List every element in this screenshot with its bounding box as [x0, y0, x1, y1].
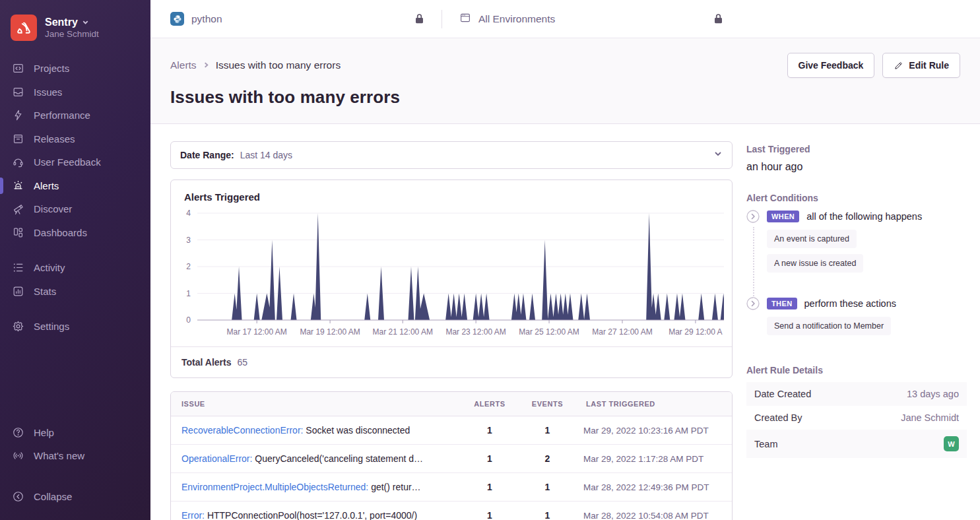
issue-cell: RecoverableConnectionError: Socket was d…: [171, 416, 460, 444]
issues-table: ISSUE ALERTS EVENTS LAST TRIGGERED Recov…: [170, 391, 733, 520]
condition-chip: A new issue is created: [767, 254, 863, 273]
table-row: Error: HTTPConnectionPool(host='127.0.0.…: [171, 502, 732, 520]
org-switcher[interactable]: Sentry Jane Schmidt: [0, 11, 150, 44]
detail-value: 13 days ago: [907, 389, 959, 399]
sidebar-footer: HelpWhat's new: [0, 421, 150, 468]
last-triggered-cell: Mar 28, 2022 10:54:08 AM PDT: [575, 502, 732, 520]
edit-rule-button[interactable]: Edit Rule: [882, 53, 960, 78]
alerts-icon: [12, 179, 24, 192]
sidebar-item-user-feedback[interactable]: User Feedback: [0, 150, 150, 174]
sidebar-item-dashboards[interactable]: Dashboards: [0, 221, 150, 245]
table-row: OperationalError: QueryCanceled('canceli…: [171, 445, 732, 473]
pencil-icon: [894, 61, 903, 71]
sidebar-item-label: Discover: [34, 203, 72, 214]
date-range-select[interactable]: Date Range: Last 14 days: [170, 141, 733, 169]
give-feedback-button[interactable]: Give Feedback: [787, 53, 875, 78]
issue-cell: OperationalError: QueryCanceled('canceli…: [171, 445, 460, 472]
last-triggered-cell: Mar 29, 2022 10:23:16 AM PDT: [575, 417, 732, 444]
sidebar-item-whats-new[interactable]: What's new: [0, 444, 150, 468]
sidebar-item-label: What's new: [34, 450, 84, 461]
give-feedback-label: Give Feedback: [799, 60, 864, 71]
sidebar-item-label: Alerts: [34, 180, 59, 191]
then-text: perform these actions: [804, 298, 896, 309]
svg-text:Mar 19 12:00 AM: Mar 19 12:00 AM: [300, 327, 360, 337]
detail-row: Created ByJane Schmidt: [746, 406, 967, 430]
sidebar-item-settings[interactable]: Settings: [0, 315, 150, 339]
whats-new-icon: [12, 449, 24, 462]
col-last-triggered: LAST TRIGGERED: [575, 392, 732, 416]
breadcrumb-alerts-link[interactable]: Alerts: [170, 59, 197, 71]
svg-text:Mar 25 12:00 AM: Mar 25 12:00 AM: [519, 327, 579, 337]
settings-icon: [12, 320, 24, 333]
stats-icon: [12, 285, 24, 298]
chart-total-row: Total Alerts 65: [171, 346, 732, 377]
when-chips: An event is capturedA new issue is creat…: [767, 230, 967, 280]
lock-icon: [713, 13, 723, 24]
app-window: Sentry Jane Schmidt ProjectsIssuesPerfor…: [0, 0, 980, 520]
issue-link[interactable]: Error:: [181, 510, 205, 520]
issues-icon: [12, 86, 24, 98]
issue-cell: Error: HTTPConnectionPool(host='127.0.0.…: [171, 502, 460, 520]
issue-link[interactable]: EnvironmentProject.MultipleObjectsReturn…: [181, 482, 368, 492]
issue-description: HTTPConnectionPool(host='127.0.0.1', por…: [205, 510, 417, 520]
condition-chip: Send a notification to Member: [767, 317, 891, 335]
alerts-count: 1: [460, 425, 519, 436]
sidebar-item-label: Performance: [34, 110, 90, 121]
project-name: python: [191, 13, 222, 25]
sidebar-item-releases[interactable]: Releases: [0, 127, 150, 151]
last-triggered-cell: Mar 29, 2022 1:17:28 AM PDT: [575, 445, 732, 472]
chevron-circle-icon: [746, 297, 760, 310]
releases-icon: [12, 133, 24, 145]
issue-link[interactable]: OperationalError:: [181, 453, 252, 464]
sidebar-item-activity[interactable]: Activity: [0, 256, 150, 280]
sidebar-collapse[interactable]: Collapse: [0, 485, 150, 509]
issue-description: QueryCanceled('canceling statement d…: [252, 453, 423, 464]
sidebar-item-alerts[interactable]: Alerts: [0, 174, 150, 198]
alerts-chart: 01234Mar 17 12:00 AMMar 19 12:00 AMMar 2…: [171, 205, 732, 346]
events-count: 1: [519, 510, 575, 520]
project-selector[interactable]: python: [170, 12, 222, 26]
svg-text:Mar 27 12:00 AM: Mar 27 12:00 AM: [592, 327, 652, 337]
svg-text:Mar 23 12:00 AM: Mar 23 12:00 AM: [445, 327, 506, 337]
alerts-count: 1: [460, 482, 519, 492]
svg-text:1: 1: [186, 289, 191, 298]
sidebar-item-label: Releases: [34, 133, 75, 145]
sidebar-item-label: Stats: [34, 286, 56, 297]
collapse-label: Collapse: [34, 491, 72, 502]
details-panel: Last Triggered an hour ago Alert Conditi…: [746, 141, 967, 520]
last-triggered-cell: Mar 28, 2022 12:49:36 PM PDT: [575, 474, 732, 501]
table-row: EnvironmentProject.MultipleObjectsReturn…: [171, 473, 732, 502]
environment-name: All Environments: [478, 13, 555, 25]
active-indicator: [0, 178, 3, 195]
issue-link[interactable]: RecoverableConnectionError:: [181, 425, 303, 436]
alerts-count: 1: [460, 453, 519, 464]
sidebar-item-projects[interactable]: Projects: [0, 57, 150, 81]
environment-icon: [459, 12, 471, 26]
chevron-down-icon: [82, 18, 89, 26]
last-triggered-value: an hour ago: [746, 161, 967, 173]
sidebar-item-discover[interactable]: Discover: [0, 197, 150, 221]
sidebar-item-performance[interactable]: Performance: [0, 104, 150, 127]
svg-text:4: 4: [186, 209, 191, 218]
python-icon: [170, 12, 184, 26]
sidebar-item-stats[interactable]: Stats: [0, 280, 150, 304]
sidebar-item-issues[interactable]: Issues: [0, 81, 150, 104]
table-row: RecoverableConnectionError: Socket was d…: [171, 416, 732, 445]
last-triggered-heading: Last Triggered: [746, 144, 967, 154]
chevron-right-icon: [203, 59, 210, 71]
breadcrumb: Alerts Issues with too many errors: [170, 59, 341, 71]
sidebar-item-help[interactable]: Help: [0, 421, 150, 445]
alerts-chart-card: Alerts Triggered 01234Mar 17 12:00 AMMar…: [170, 179, 733, 378]
total-alerts-label: Total Alerts: [181, 357, 231, 368]
team-badge[interactable]: W: [944, 436, 959, 451]
detail-label: Date Created: [754, 389, 811, 399]
user-feedback-icon: [12, 156, 24, 168]
detail-label: Team: [754, 439, 777, 449]
issue-description: get() retur…: [368, 482, 420, 492]
sidebar-item-label: Settings: [34, 321, 69, 332]
svg-text:2: 2: [186, 262, 191, 271]
environment-selector[interactable]: All Environments: [459, 12, 555, 26]
chevron-circle-icon: [746, 210, 760, 223]
issues-table-body: RecoverableConnectionError: Socket was d…: [171, 416, 732, 520]
rule-details-rows: Date Created13 days agoCreated ByJane Sc…: [746, 382, 967, 458]
